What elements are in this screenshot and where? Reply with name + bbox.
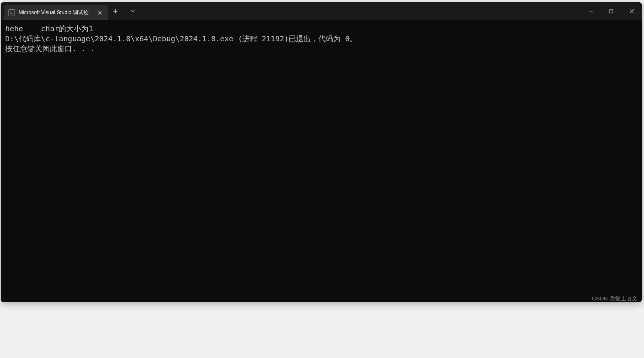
titlebar[interactable]: Microsoft Visual Studio 调试控 bbox=[1, 2, 642, 20]
new-tab-button[interactable] bbox=[108, 4, 123, 19]
tab-close-button[interactable] bbox=[96, 9, 103, 16]
tab-active[interactable]: Microsoft Visual Studio 调试控 bbox=[4, 5, 108, 20]
minimize-button[interactable] bbox=[580, 4, 601, 19]
tab-title: Microsoft Visual Studio 调试控 bbox=[19, 9, 92, 16]
divider bbox=[124, 7, 124, 15]
maximize-button[interactable] bbox=[601, 4, 621, 19]
svg-rect-0 bbox=[609, 10, 613, 13]
watermark: CSDN @爱上语文 bbox=[592, 295, 637, 302]
console-line: hehe char的大小为1 bbox=[5, 24, 637, 34]
text-cursor bbox=[95, 45, 95, 53]
console-line: 按任意键关闭此窗口. . . bbox=[5, 44, 94, 53]
terminal-icon bbox=[8, 9, 15, 16]
close-window-button[interactable] bbox=[621, 4, 642, 19]
tab-dropdown-button[interactable] bbox=[125, 4, 140, 19]
window-controls bbox=[580, 4, 642, 19]
terminal-window: Microsoft Visual Studio 调试控 hehe char的大小… bbox=[1, 2, 642, 302]
console-output[interactable]: hehe char的大小为1D:\代码库\c-language\2024.1.8… bbox=[1, 20, 642, 302]
console-line: D:\代码库\c-language\2024.1.8\x64\Debug\202… bbox=[5, 34, 637, 44]
